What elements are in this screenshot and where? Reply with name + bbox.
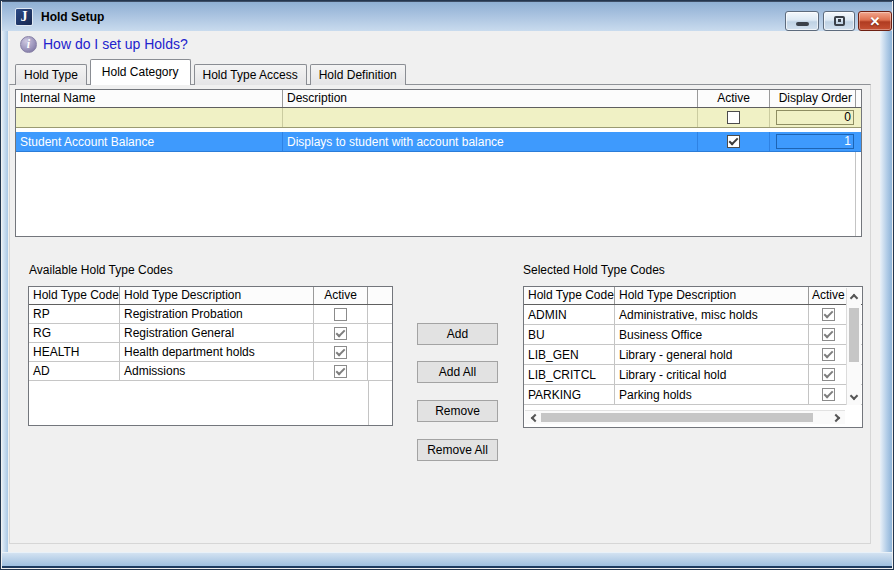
vertical-scroll-thumb[interactable] [849,308,859,362]
active-cell [698,132,770,151]
hold-type-code-cell: ADMIN [524,305,615,324]
active-checkbox[interactable] [334,365,347,378]
column-header-internal-name[interactable]: Internal Name [16,90,283,107]
active-checkbox[interactable] [727,135,740,148]
description-input[interactable] [283,108,698,127]
available-codes-grid: Hold Type Code Hold Type Description Act… [28,286,393,426]
grid-header: Hold Type Code Hold Type Description Act… [524,287,862,305]
table-row[interactable]: ADAdmissions [29,362,392,381]
active-checkbox[interactable] [822,308,835,321]
display-order-cell[interactable]: 1 [770,132,856,151]
hold-type-code-cell: AD [29,362,120,380]
selected-codes-grid: Hold Type Code Hold Type Description Act… [523,286,863,428]
column-header-hold-type-code[interactable]: Hold Type Code [524,287,615,304]
minimize-button[interactable] [785,11,819,31]
tab-hold-type[interactable]: Hold Type [15,64,87,85]
table-row[interactable]: HEALTHHealth department holds [29,343,392,362]
grid-rows: RPRegistration ProbationRGRegistration G… [29,305,392,381]
active-cell [809,305,847,324]
column-header-display-order[interactable]: Display Order [770,90,856,107]
hold-type-description-cell: Registration General [120,324,314,342]
table-row[interactable]: PARKINGParking holds [524,385,862,405]
horizontal-scroll-thumb[interactable] [541,413,813,422]
tab-hold-definition[interactable]: Hold Definition [310,64,406,85]
maximize-button[interactable] [823,11,855,31]
column-header-hold-type-description[interactable]: Hold Type Description [615,287,809,304]
window-title: Hold Setup [41,10,104,24]
hold-type-code-cell: LIB_CRITCL [524,365,615,384]
description-cell: Displays to student with account balance [283,132,698,151]
active-checkbox[interactable] [822,348,835,361]
table-row[interactable]: BUBusiness Office [524,325,862,345]
table-row[interactable]: LIB_GENLibrary - general hold [524,345,862,365]
hold-type-description-cell: Library - critical hold [615,365,809,384]
selected-category-row[interactable]: Student Account Balance Displays to stud… [16,132,861,152]
remove-button[interactable]: Remove [417,400,498,422]
active-checkbox[interactable] [727,111,740,124]
hold-type-code-cell: RP [29,305,120,323]
tab-hold-category[interactable]: Hold Category [90,59,191,85]
active-checkbox[interactable] [334,308,347,321]
hold-type-description-cell: Business Office [615,325,809,344]
column-header-active[interactable]: Active [809,287,847,304]
app-icon: J [15,8,33,26]
close-icon: ✕ [870,15,881,28]
hold-type-description-cell: Registration Probation [120,305,314,323]
help-link[interactable]: How do I set up Holds? [43,36,188,52]
selected-codes-label: Selected Hold Type Codes [523,263,665,277]
add-button[interactable]: Add [417,323,498,345]
hold-type-code-cell: HEALTH [29,343,120,361]
hold-setup-window: J Hold Setup ✕ i How do I set up Holds? … [0,0,894,570]
column-header-hold-type-code[interactable]: Hold Type Code [29,287,120,304]
internal-name-cell: Student Account Balance [16,132,283,151]
active-checkbox[interactable] [822,328,835,341]
hold-type-code-cell: BU [524,325,615,344]
available-codes-label: Available Hold Type Codes [29,263,173,277]
close-button[interactable]: ✕ [858,11,892,31]
grid-rows: ADMINAdministrative, misc holdsBUBusines… [524,305,862,405]
display-order-value: 1 [776,134,854,149]
window-border-left [2,31,8,568]
table-row[interactable]: ADMINAdministrative, misc holds [524,305,862,325]
active-checkbox[interactable] [334,346,347,359]
column-header-active[interactable]: Active [314,287,368,304]
active-cell [314,324,368,342]
vertical-scrollbar[interactable] [846,288,861,405]
info-icon: i [20,36,37,53]
active-checkbox[interactable] [822,368,835,381]
chevron-up-icon [850,293,858,301]
column-header-description[interactable]: Description [283,90,698,107]
chevron-right-icon [831,414,839,422]
scroll-left-button[interactable] [526,411,540,425]
table-row[interactable]: LIB_CRITCLLibrary - critical hold [524,365,862,385]
add-all-button[interactable]: Add All [417,361,498,383]
table-row[interactable]: RGRegistration General [29,324,392,343]
scroll-up-button[interactable] [847,289,861,303]
hold-category-grid: Internal Name Description Active Display… [15,89,862,237]
active-cell [314,362,368,380]
tab-hold-type-access[interactable]: Hold Type Access [194,64,307,85]
internal-name-input[interactable] [16,108,283,127]
display-order-cell[interactable]: 0 [770,108,856,127]
hold-type-code-cell: RG [29,324,120,342]
display-order-input: 0 [776,110,854,125]
active-checkbox[interactable] [334,327,347,340]
column-header-hold-type-description[interactable]: Hold Type Description [120,287,314,304]
scroll-right-button[interactable] [830,411,844,425]
scroll-down-button[interactable] [847,390,861,404]
chevron-down-icon [850,391,858,399]
horizontal-scrollbar[interactable] [525,410,845,424]
active-checkbox[interactable] [822,388,835,401]
new-entry-row[interactable]: 0 [16,108,861,128]
active-cell [809,385,847,404]
active-cell [698,108,770,127]
remove-all-button[interactable]: Remove All [417,439,498,461]
table-row[interactable]: RPRegistration Probation [29,305,392,324]
column-divider [368,381,369,425]
active-cell [809,365,847,384]
column-divider [855,152,856,236]
column-header-active[interactable]: Active [698,90,770,107]
title-bar[interactable]: J Hold Setup ✕ [2,1,892,31]
hold-type-description-cell: Admissions [120,362,314,380]
window-border-bottom [2,552,892,568]
